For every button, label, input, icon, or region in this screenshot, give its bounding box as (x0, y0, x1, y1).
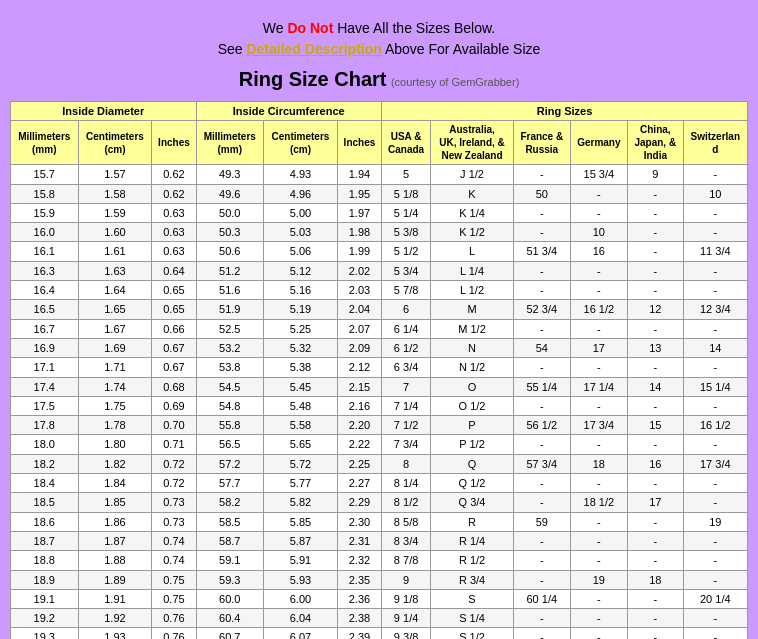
table-cell: 52.5 (196, 319, 264, 338)
table-cell: - (570, 319, 627, 338)
table-cell: - (570, 531, 627, 550)
table-cell: 0.73 (152, 493, 196, 512)
table-cell: 7 1/4 (382, 396, 431, 415)
table-cell: 17 3/4 (570, 416, 627, 435)
table-cell: 0.64 (152, 261, 196, 280)
table-cell: - (628, 531, 684, 550)
table-cell: 19.2 (11, 609, 79, 628)
table-cell: 5 7/8 (382, 281, 431, 300)
table-cell: L 1/2 (431, 281, 514, 300)
table-row: 17.81.780.7055.85.582.207 1/2P56 1/217 3… (11, 416, 748, 435)
table-cell: 1.71 (78, 358, 152, 377)
table-cell: 51.9 (196, 300, 264, 319)
table-cell: 57.7 (196, 474, 264, 493)
table-cell: 9 (382, 570, 431, 589)
table-row: 19.11.910.7560.06.002.369 1/8S60 1/4--20… (11, 589, 748, 608)
table-cell: 17.8 (11, 416, 79, 435)
table-cell: - (628, 396, 684, 415)
table-row: 18.71.870.7458.75.872.318 3/4R 1/4---- (11, 531, 748, 550)
table-cell: 7 1/2 (382, 416, 431, 435)
table-cell: 5.45 (264, 377, 338, 396)
table-cell: 1.57 (78, 165, 152, 184)
table-cell: 5.19 (264, 300, 338, 319)
table-cell: 8 3/4 (382, 531, 431, 550)
table-cell: 60 1/4 (513, 589, 570, 608)
table-cell: 54 (513, 338, 570, 357)
table-cell: 59.1 (196, 551, 264, 570)
table-cell: 60.7 (196, 628, 264, 639)
table-cell: 1.63 (78, 261, 152, 280)
table-cell: 1.89 (78, 570, 152, 589)
ring-size-table: Inside Diameter Inside Circumference Rin… (10, 101, 748, 639)
table-cell: - (683, 358, 747, 377)
table-cell: 1.58 (78, 184, 152, 203)
table-row: 18.21.820.7257.25.722.258Q57 3/4181617 3… (11, 454, 748, 473)
table-cell: 5.91 (264, 551, 338, 570)
table-cell: 57.2 (196, 454, 264, 473)
col-aus: Australia,UK, Ireland, &New Zealand (431, 121, 514, 165)
table-cell: 18.4 (11, 474, 79, 493)
table-cell: 18.6 (11, 512, 79, 531)
table-row: 17.11.710.6753.85.382.126 3/4N 1/2---- (11, 358, 748, 377)
table-cell: 2.35 (337, 570, 381, 589)
col-china: China,Japan, &India (628, 121, 684, 165)
table-row: 16.91.690.6753.25.322.096 1/2N54171314 (11, 338, 748, 357)
table-cell: 5 1/2 (382, 242, 431, 261)
table-cell: 0.73 (152, 512, 196, 531)
table-cell: 5.38 (264, 358, 338, 377)
table-cell: 0.74 (152, 551, 196, 570)
table-cell: 8 5/8 (382, 512, 431, 531)
table-cell: 5.85 (264, 512, 338, 531)
table-cell: 17.5 (11, 396, 79, 415)
table-cell: 16.1 (11, 242, 79, 261)
table-cell: - (683, 223, 747, 242)
table-cell: 1.98 (337, 223, 381, 242)
table-cell: 59.3 (196, 570, 264, 589)
table-cell: 54.5 (196, 377, 264, 396)
col-swiss: Switzerland (683, 121, 747, 165)
table-cell: 8 1/4 (382, 474, 431, 493)
table-cell: 10 (570, 223, 627, 242)
table-wrapper: Inside Diameter Inside Circumference Rin… (10, 101, 748, 639)
col-circ-in: Inches (337, 121, 381, 165)
table-cell: 7 3/4 (382, 435, 431, 454)
table-row: 16.71.670.6652.55.252.076 1/4M 1/2---- (11, 319, 748, 338)
table-cell: 1.91 (78, 589, 152, 608)
table-cell: 5.00 (264, 203, 338, 222)
table-row: 17.41.740.6854.55.452.157O55 1/417 1/414… (11, 377, 748, 396)
table-cell: 5.12 (264, 261, 338, 280)
table-cell: - (570, 358, 627, 377)
table-cell: 6.07 (264, 628, 338, 639)
table-cell: 50 (513, 184, 570, 203)
table-cell: 1.97 (337, 203, 381, 222)
table-row: 15.71.570.6249.34.931.945J 1/2-15 3/49- (11, 165, 748, 184)
table-cell: 17 (628, 493, 684, 512)
table-cell: 10 (683, 184, 747, 203)
table-cell: 2.09 (337, 338, 381, 357)
table-cell: 50.6 (196, 242, 264, 261)
table-cell: 20 1/4 (683, 589, 747, 608)
table-cell: 5.87 (264, 531, 338, 550)
table-cell: 1.94 (337, 165, 381, 184)
table-cell: 52 3/4 (513, 300, 570, 319)
table-cell: 5.58 (264, 416, 338, 435)
table-row: 16.41.640.6551.65.162.035 7/8L 1/2---- (11, 281, 748, 300)
table-cell: 16.5 (11, 300, 79, 319)
table-cell: 55.8 (196, 416, 264, 435)
table-cell: 0.67 (152, 338, 196, 357)
header-text: We Do Not Have All the Sizes Below. See … (10, 10, 748, 64)
table-cell: 0.72 (152, 454, 196, 473)
table-cell: 5.82 (264, 493, 338, 512)
table-cell: 18.2 (11, 454, 79, 473)
col-group-circumference: Inside Circumference (196, 102, 382, 121)
table-cell: 15.9 (11, 203, 79, 222)
table-cell: 16 1/2 (570, 300, 627, 319)
table-cell: 18.9 (11, 570, 79, 589)
table-cell: 5 (382, 165, 431, 184)
header-pre2: See (218, 41, 247, 57)
table-cell: 2.12 (337, 358, 381, 377)
table-cell: 15 1/4 (683, 377, 747, 396)
table-cell: 1.88 (78, 551, 152, 570)
table-cell: 0.75 (152, 589, 196, 608)
table-cell: L 1/4 (431, 261, 514, 280)
